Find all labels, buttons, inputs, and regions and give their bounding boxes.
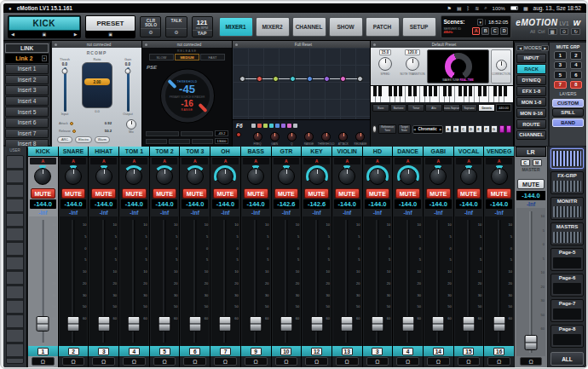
tune-note-key[interactable]: A [445,125,452,133]
channel-number[interactable]: 5 [159,348,170,355]
tune-range-button[interactable]: Mezzo-Soprano [443,104,460,112]
rcomp-ratio-control[interactable]: Ratio 2.00 0.0 [80,58,114,113]
channel-fader[interactable]: 105051020305060 [151,216,179,346]
mute-button[interactable]: MUTE [153,188,177,199]
channel-number[interactable]: 4 [402,348,413,355]
mode-button[interactable]: EFX 1-8 [516,86,546,95]
plugin-power-icon[interactable] [373,43,376,46]
cue-headphone-icon[interactable]: Ω [32,357,55,366]
channel-input-flag[interactable]: A [212,158,239,164]
mute-group-button[interactable]: 5 [554,71,567,79]
insert-slot[interactable]: Insert 7 [5,129,49,139]
cue-headphone-icon[interactable]: Ω [487,357,510,366]
channel-name[interactable]: GTR [272,147,302,157]
mute-button[interactable]: MUTE [182,188,207,199]
master-mono-button[interactable]: M [533,159,542,166]
channel-number[interactable]: 1 [37,348,49,355]
pan-knob[interactable] [184,165,206,187]
ctrl-label[interactable]: Ctrl [538,29,545,34]
tune-note-key[interactable]: G [491,125,498,133]
rcomp-attack-slider[interactable]: Attack 0.92 [59,121,112,125]
fader-cap[interactable] [401,316,414,332]
f6-knob[interactable] [270,132,280,141]
channel-input-flag[interactable]: A [61,158,87,164]
bluetooth-icon[interactable]: ᛒ [467,6,470,11]
view-tab[interactable]: SETUP [402,17,436,37]
rcomp-mode-button[interactable]: ARC [57,136,72,143]
scenes-dropdown-icon[interactable]: ▾ [477,19,483,26]
keyboard-icon[interactable]: ▦ [548,28,557,35]
master-cue-icon[interactable]: Ω [520,357,542,366]
f6-band-node[interactable] [239,76,245,82]
pan-knob[interactable] [336,165,358,187]
preset-display[interactable]: PRESET ▣ [85,15,136,38]
insert-slot[interactable]: Insert 5 [5,107,49,117]
layer-list-button[interactable]: MASTRS [551,222,584,245]
mute-button[interactable]: MUTE [426,188,451,199]
tune-range-button[interactable]: Alto [425,104,442,112]
f6-knob[interactable] [338,132,348,141]
mute-button[interactable]: MUTE [304,188,329,199]
channel-name[interactable]: VIOLIN [332,147,362,157]
pan-knob[interactable] [275,165,297,187]
fader-cap[interactable] [341,316,354,332]
f6-band-node[interactable] [257,76,262,82]
channel-input-flag[interactable]: A [30,158,56,164]
mute-button[interactable]: MUTE [457,188,481,199]
plugin-power-icon[interactable] [145,43,147,46]
fader-cap[interactable] [493,316,505,332]
channel-next-button[interactable]: ▶ [74,32,78,37]
f6-knob[interactable] [321,132,331,141]
insert-slot[interactable]: Insert 3 [5,85,49,95]
mute-button[interactable]: MUTE [274,188,299,199]
channel-name[interactable]: HIHAT [89,147,118,157]
channel-fader[interactable]: 105051020305060 [120,216,148,346]
fader-cap[interactable] [128,316,141,332]
channel-fader[interactable]: 105051020305060 [455,216,483,346]
channel-input-flag[interactable]: A [303,158,330,164]
f6-power-icon[interactable] [236,132,241,137]
cue-headphone-icon[interactable]: Ω [62,357,85,366]
tune-range-button[interactable]: Bass [372,104,389,112]
tune-note-key[interactable]: E [476,125,482,133]
channel-name[interactable]: BASS [241,147,271,157]
tune-reference-value[interactable]: 440.00 [496,104,511,112]
f6-band-select[interactable] [251,124,256,128]
f6-band-select[interactable] [281,124,285,128]
rcomp-mode-button[interactable]: Electro [75,136,92,143]
scene-slot[interactable]: C [491,27,499,35]
plugin-power-icon[interactable] [235,43,238,46]
channel-number[interactable]: 7 [220,348,231,355]
channel-input-flag[interactable]: A [425,158,452,164]
channel-fader[interactable]: 105051020305060 [424,216,453,346]
pan-knob[interactable] [32,165,54,187]
fader-cap[interactable] [219,316,232,332]
channel-input-flag[interactable]: A [365,158,391,164]
insert-slot[interactable]: Insert 2 [5,75,49,85]
f6-band-node[interactable] [307,76,313,82]
channel-input-flag[interactable]: A [395,158,421,164]
f6-knob[interactable] [355,132,365,141]
tune-piano-keyboard[interactable] [371,85,513,102]
rcomp-gain-fader[interactable]: Gain 0.0 Output [120,58,135,116]
layer-list-button[interactable]: Page-6 [551,274,584,297]
control-center-icon[interactable]: ▦ [523,5,528,11]
layer-custom-button[interactable]: CUSTOM [552,99,584,107]
channel-number[interactable]: 2 [68,348,79,355]
fader-cap[interactable] [188,316,201,332]
insert-slot[interactable]: Insert 1 [5,64,49,74]
view-tab[interactable]: MIXER2 [256,17,290,37]
mute-group-button[interactable]: 2 [570,51,583,60]
mute-group-button[interactable]: 3 [554,61,567,70]
tune-correction-section[interactable]: CORRECTION [491,49,511,84]
channel-number[interactable]: 10 [280,348,291,355]
pse-threshold-handle[interactable] [167,79,176,89]
mute-button[interactable]: MUTE [61,188,86,199]
channel-fader[interactable]: 105051020305060 [303,216,331,346]
tune-range-button[interactable]: Baritone [390,104,407,112]
mute-button[interactable]: MUTE [366,188,390,199]
channel-number[interactable]: 3 [98,348,109,355]
pan-knob[interactable] [245,165,267,187]
pan-knob[interactable] [214,165,236,187]
cue-headphone-icon[interactable]: Ω [366,357,389,366]
